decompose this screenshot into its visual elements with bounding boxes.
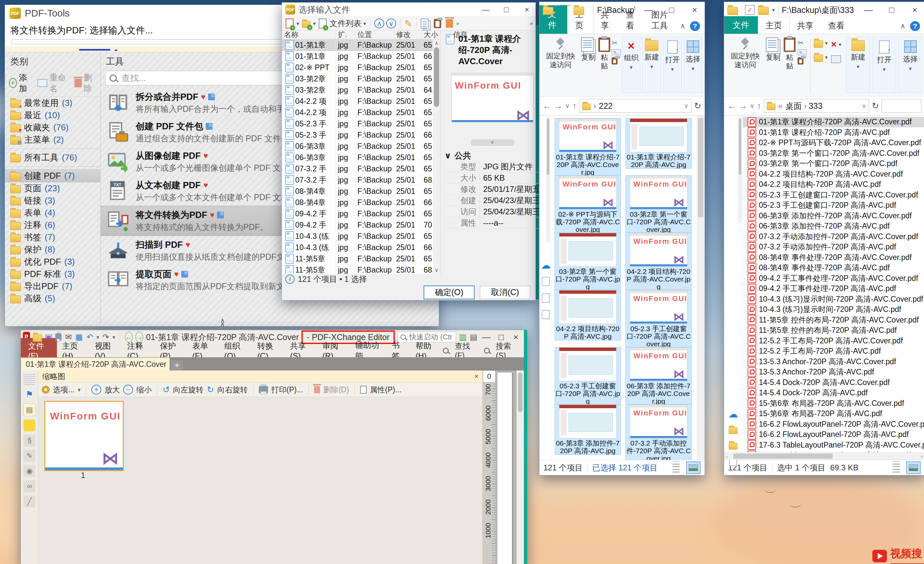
close-button[interactable]: × bbox=[685, 2, 705, 18]
sidebar-category-item[interactable]: ◦最近(10) bbox=[5, 109, 100, 121]
file-row[interactable]: 09-4.2 手jpgF:\Backup25/0170.08 bbox=[282, 219, 440, 230]
properties-icon[interactable] bbox=[360, 386, 367, 393]
file-row[interactable]: 11-第5章jpgF:\Backup25/0165 KB bbox=[282, 253, 440, 264]
ribbon-tab-3[interactable]: 共享 bbox=[593, 7, 618, 34]
copy-path-icon[interactable]: \\... bbox=[612, 49, 621, 55]
nav-item-icon[interactable] bbox=[542, 293, 550, 303]
grid-item[interactable]: 04-2.2 项目结构-720P 高清-AVC.jpg bbox=[554, 290, 622, 347]
sidebar-category-item[interactable]: 表单(4) bbox=[5, 207, 100, 219]
file-row[interactable]: 03-第2章 第一个窗口-720P 高清-AVC.Cover.pdf bbox=[743, 148, 924, 159]
file-row[interactable]: 06-第3章 添加控件-720P 高清-AVC.pdf bbox=[743, 221, 924, 232]
select-button[interactable]: 选择 ▾ bbox=[684, 37, 702, 93]
options-button[interactable]: 选项... bbox=[53, 385, 75, 395]
new-tab-button[interactable]: + bbox=[171, 360, 183, 371]
address-crumb[interactable]: 桌面 bbox=[785, 101, 802, 111]
help-icon[interactable]: ? bbox=[690, 21, 700, 31]
ok-button[interactable]: 确定(O) bbox=[424, 286, 475, 299]
thumbnail-view-icon[interactable] bbox=[906, 461, 921, 474]
cut-icon[interactable]: ✂ bbox=[612, 39, 621, 47]
paste-icon[interactable] bbox=[432, 18, 442, 28]
chevron-down-icon[interactable]: ∨ bbox=[444, 151, 451, 160]
zoom-in-icon[interactable]: + bbox=[92, 385, 101, 395]
nav-scrollbar[interactable] bbox=[738, 117, 742, 223]
file-list-dropdown-icon[interactable]: ▾ bbox=[363, 21, 366, 27]
file-row[interactable]: 06-第3章jpgF:\Backup25/0165 KB bbox=[282, 141, 440, 152]
open-icon[interactable] bbox=[33, 334, 42, 342]
nav-scrollbar[interactable] bbox=[546, 117, 550, 242]
cancel-button[interactable]: 取消(C) bbox=[480, 286, 530, 299]
scroll-up-icon[interactable]: ∧ bbox=[433, 40, 440, 46]
ribbon-tab-3[interactable]: 共享 bbox=[790, 18, 821, 34]
back-icon[interactable]: ← bbox=[543, 101, 551, 111]
onedrive-cloud-icon[interactable]: ☁ bbox=[541, 261, 551, 269]
nav-item-icon[interactable] bbox=[542, 310, 550, 319]
ribbon-tab-5[interactable]: 图片工具 bbox=[644, 7, 680, 34]
zoom-in-button[interactable]: 放大 bbox=[105, 385, 120, 395]
open-button[interactable]: 打开 ▾ bbox=[872, 37, 896, 93]
file-row[interactable]: 14-5.4 Dock-720P 高清-AVC.pdf bbox=[743, 388, 924, 398]
address-input[interactable]: › 222 ∨ bbox=[579, 99, 692, 113]
rotate-left-icon[interactable]: ↺ bbox=[162, 385, 170, 395]
splitter-handle[interactable]: ∨ bbox=[471, 139, 514, 145]
file-row[interactable]: 05-2.3 手jpgF:\Backup25/0165 KB bbox=[282, 118, 440, 129]
file-row[interactable]: 07-3.2 手jpgF:\Backup25/0165 KB bbox=[282, 163, 440, 174]
file-row[interactable]: 10-4.3 (练习)显示时间-720P 高清-AVC.pdf bbox=[743, 304, 924, 315]
new-button[interactable]: 新建 ▾ bbox=[642, 37, 661, 93]
file-row[interactable]: 16-6.2 FlowLayoutPanel-720P 高清-AVC.pdf bbox=[743, 429, 924, 440]
column-header[interactable]: 位置 bbox=[356, 30, 394, 39]
file-row[interactable]: 01-第1章 课程介绍-720P 高清-AVC.pdf bbox=[743, 127, 924, 138]
paste-shortcut-icon[interactable] bbox=[612, 57, 618, 64]
file-row[interactable]: 11-第5章 控件的布局-720P 高清-AVC.Cover.pdf bbox=[743, 315, 924, 326]
minimize-button[interactable]: — bbox=[858, 2, 878, 18]
edit-icon[interactable]: ✎ bbox=[404, 18, 412, 29]
file-row[interactable]: 16-6.2 FlowLayoutPanel-720P 高清-AVC.Cover… bbox=[743, 419, 924, 430]
minimize-button[interactable]: — bbox=[477, 3, 494, 16]
up-icon[interactable]: ↑ bbox=[572, 101, 576, 111]
file-row[interactable]: 09-4.2 手工事件处理-720P 高清-AVC.pdf bbox=[743, 283, 924, 294]
add-files-icon[interactable] bbox=[285, 18, 294, 28]
file-row[interactable]: 03-第2章jpgF:\Backup25/0164.36 bbox=[282, 84, 440, 96]
file-row[interactable]: 08-第4章jpgF:\Backup25/0165 KB bbox=[282, 186, 440, 197]
grid-item[interactable]: 01-第1章 课程介绍-720P 高清-AVC.jpg bbox=[624, 118, 693, 175]
select-button[interactable]: 选择 ▾ bbox=[898, 37, 922, 93]
rotate-right-button[interactable]: 向右旋转 bbox=[218, 385, 248, 395]
file-row[interactable]: 04-2.2 项目结构-720P 高清-AVC.Cover.pdf bbox=[743, 169, 924, 180]
move-up-icon[interactable]: ∧ bbox=[374, 18, 384, 28]
file-row[interactable]: 11-第5章jpgF:\Backup25/0168.86 bbox=[282, 264, 440, 274]
add-category-button[interactable]: 添加 bbox=[19, 72, 32, 94]
sidebar-category-item[interactable]: 页面(23) bbox=[5, 182, 100, 194]
list-scrollbar[interactable]: ∧ ∨ bbox=[433, 39, 440, 274]
file-row[interactable]: 10-4.3 (练习)显示时间-720P 高清-AVC.Cover.pdf bbox=[743, 294, 924, 305]
rotate-left-button[interactable]: 向左旋转 bbox=[173, 385, 204, 395]
delete-icon[interactable] bbox=[444, 18, 454, 28]
history-dropdown-icon[interactable]: ∨ bbox=[565, 102, 570, 109]
file-row[interactable]: 03-第2章jpgF:\Backup25/0165 KB bbox=[282, 73, 440, 84]
rename-category-button[interactable]: 重命名 bbox=[49, 72, 68, 94]
delete-button[interactable]: 删除(D) bbox=[323, 385, 349, 395]
file-row[interactable]: 07-3.2 手动添加控件-720P 高清-AVC.pdf bbox=[743, 242, 924, 252]
cut-icon[interactable]: ✂ bbox=[798, 39, 807, 47]
sidebar-category-item[interactable]: 书签(7) bbox=[5, 231, 100, 244]
thumbnail-view-icon[interactable] bbox=[686, 461, 700, 474]
page-thumbnail[interactable]: WinForm GUI ⋈ bbox=[44, 401, 124, 471]
explorer2-titlebar[interactable]: ✓ ▾ F:\Backup\桌面\333 — □ × bbox=[724, 2, 924, 18]
sidebar-category-item[interactable]: 所有工具(76) bbox=[5, 151, 100, 164]
search-input[interactable] bbox=[882, 99, 921, 113]
file-row[interactable]: 08-第4章 事件处理-720P 高清-AVC.Cover.pdf bbox=[743, 252, 924, 263]
details-view-icon[interactable] bbox=[890, 461, 903, 473]
print-icon[interactable] bbox=[259, 386, 268, 393]
forward-icon[interactable]: → bbox=[739, 101, 747, 111]
pen-icon[interactable]: ╱ bbox=[24, 495, 35, 507]
nav-folder-icon[interactable] bbox=[729, 427, 737, 434]
column-header[interactable]: 修改 bbox=[394, 30, 422, 39]
refresh-icon[interactable]: ↻ bbox=[694, 101, 701, 111]
add-scan-icon[interactable] bbox=[318, 18, 328, 28]
ribbon-tab-4[interactable]: 查看 bbox=[821, 18, 852, 34]
file-row[interactable]: 06-第3章jpgF:\Backup25/0165.45 bbox=[282, 152, 440, 163]
ribbon-tab-1[interactable]: 文件 bbox=[724, 16, 758, 34]
close-panel-icon[interactable]: × bbox=[474, 372, 478, 381]
grid-icon[interactable]: ▤ bbox=[470, 332, 477, 342]
grid-item[interactable]: WinForm GUI⋈07-3.2 手动添加控件-720P 高清-AVC.Co… bbox=[624, 404, 693, 460]
copy-to-icon[interactable] bbox=[814, 55, 823, 62]
grid-item[interactable]: 06-第3章 添加控件-720P 高清-AVC.jpg bbox=[554, 404, 622, 460]
